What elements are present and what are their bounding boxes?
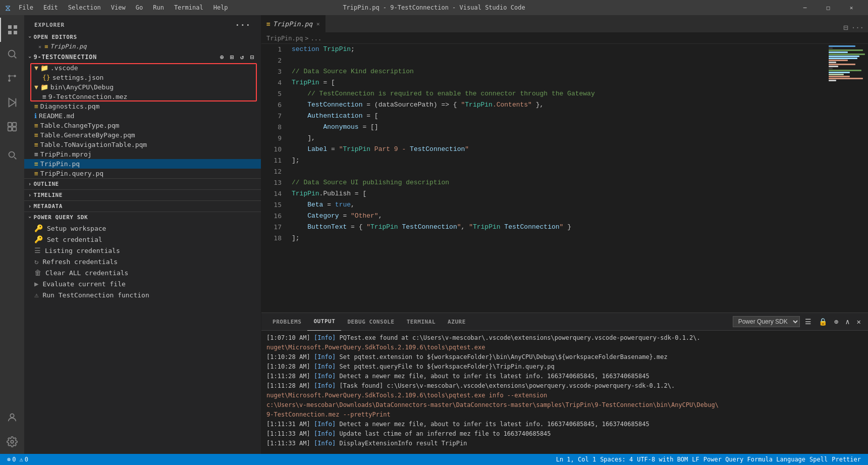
- activity-search[interactable]: [0, 42, 24, 66]
- settings-json-label: settings.json: [52, 74, 104, 81]
- menu-help[interactable]: Help: [209, 3, 232, 12]
- panel-copy-icon[interactable]: ⊕: [832, 317, 840, 327]
- close-editor-icon[interactable]: ✕: [38, 44, 41, 49]
- table-gen-label: Table.GenerateByPage.pqm: [40, 131, 135, 139]
- activity-run[interactable]: [0, 90, 24, 115]
- tree-item-trippin-pq[interactable]: ≡ TripPin.pq: [24, 159, 261, 169]
- key-icon-1: 🔑: [34, 224, 43, 232]
- menu-view[interactable]: View: [107, 3, 130, 12]
- line-number: 7: [261, 111, 282, 122]
- refresh-button[interactable]: ↺: [238, 53, 247, 62]
- editor-tab-trippin[interactable]: ≡ TripPin.pq ✕: [261, 15, 326, 32]
- tab-close-icon[interactable]: ✕: [316, 21, 320, 27]
- tree-item-diagnostics[interactable]: ≡ Diagnostics.pqm: [24, 101, 261, 111]
- collapse-button[interactable]: ⊟: [248, 53, 257, 62]
- clear-credentials-label: Clear ALL credentials: [45, 269, 128, 277]
- activity-search-2[interactable]: [0, 143, 24, 167]
- activity-source-control[interactable]: [0, 66, 24, 90]
- panel-close-icon[interactable]: ✕: [855, 317, 863, 327]
- activity-extensions[interactable]: [0, 115, 24, 139]
- mini-line: [829, 58, 857, 59]
- panel-lock-icon[interactable]: 🔒: [817, 317, 829, 327]
- panel-output[interactable]: [1:07:10 AM] [Info] PQTest.exe found at …: [261, 331, 868, 454]
- menu-edit[interactable]: Edit: [39, 3, 62, 12]
- tree-item-mproj[interactable]: ≡ TripPin.mproj: [24, 149, 261, 159]
- timeline-header[interactable]: › Timeline: [24, 190, 261, 200]
- vscode-folder-label: .vscode: [50, 64, 78, 72]
- status-prettier[interactable]: Prettier: [830, 456, 863, 463]
- activity-account[interactable]: [0, 405, 24, 430]
- panel-tab-debug[interactable]: Debug Console: [341, 313, 400, 331]
- status-line-ending[interactable]: LF: [690, 456, 701, 463]
- pq-sdk-header[interactable]: › Power Query SDK: [24, 212, 261, 223]
- code-line: // Data Source Kind description: [292, 66, 828, 77]
- pq-sdk-set-credential[interactable]: 🔑 Set credential: [24, 234, 261, 245]
- panel-filter-icon[interactable]: ☰: [803, 317, 813, 327]
- more-actions-icon[interactable]: ···: [851, 24, 864, 32]
- code-content[interactable]: section TripPin; // Data Source Kind des…: [287, 44, 828, 313]
- menu-run[interactable]: Run: [149, 3, 168, 12]
- status-language[interactable]: Power Query Formula Language: [701, 456, 807, 463]
- tree-item-mez[interactable]: ≡ 9-TestConnection.mez: [24, 92, 261, 101]
- svg-rect-8: [13, 123, 16, 126]
- code-line: Anonymous = []: [292, 122, 828, 133]
- menu-go[interactable]: Go: [132, 3, 147, 12]
- status-spell[interactable]: Spell: [807, 456, 830, 463]
- new-file-button[interactable]: ⊕: [218, 53, 227, 62]
- panel-tab-problems[interactable]: Problems: [266, 313, 307, 331]
- svg-point-12: [10, 414, 14, 418]
- panel-tab-output[interactable]: Output: [307, 313, 341, 331]
- tree-item-bin[interactable]: ▼ 📁 bin\AnyCPU\Debug: [24, 82, 261, 92]
- pq-sdk-refresh-credentials[interactable]: ↻ Refresh credentials: [24, 256, 261, 267]
- line-ending-text: LF: [692, 456, 699, 463]
- panel-output-source-dropdown[interactable]: Power Query SDK: [733, 316, 800, 327]
- line-number: 14: [261, 188, 282, 199]
- sidebar-more-button[interactable]: ···: [235, 20, 251, 30]
- breadcrumb-next[interactable]: ...: [310, 35, 321, 42]
- json-icon: {}: [42, 74, 50, 81]
- panel-tab-azure[interactable]: Azure: [442, 313, 472, 331]
- menu-selection[interactable]: Selection: [64, 3, 105, 12]
- outline-header[interactable]: › Outline: [24, 179, 261, 189]
- tree-item-readme[interactable]: ℹ README.md: [24, 111, 261, 121]
- activity-settings[interactable]: [0, 430, 24, 454]
- status-spaces[interactable]: Spaces: 4: [598, 456, 635, 463]
- new-folder-button[interactable]: ⊞: [228, 53, 237, 62]
- panel-collapse-icon[interactable]: ∧: [843, 317, 851, 327]
- breadcrumb-root[interactable]: TripPin.pq: [266, 35, 303, 42]
- metadata-header[interactable]: › Metadata: [24, 201, 261, 212]
- tree-item-table-gen[interactable]: ≡ Table.GenerateByPage.pqm: [24, 130, 261, 140]
- tree-item-vscode[interactable]: ▼ 📁 .vscode: [24, 63, 261, 73]
- status-position[interactable]: Ln 1, Col 1: [554, 456, 598, 463]
- status-errors[interactable]: ⊗ 0 ⚠ 0: [5, 456, 30, 463]
- pq-icon-2: ≡: [34, 122, 38, 129]
- close-button[interactable]: ✕: [840, 0, 863, 15]
- minimize-button[interactable]: ─: [793, 0, 817, 15]
- trippin-query-label: TripPin.query.pq: [40, 170, 103, 177]
- pq-sdk-clear-credentials[interactable]: 🗑 Clear ALL credentials: [24, 267, 261, 278]
- pq-sdk-setup-workspace[interactable]: 🔑 Setup workspace: [24, 223, 261, 234]
- window-title: TripPin.pq - 9-TestConnection - Visual S…: [343, 4, 525, 11]
- status-right: Ln 1, Col 1 Spaces: 4 UTF-8 with BOM LF …: [554, 456, 863, 463]
- open-editors-label: Open Editors: [34, 34, 77, 40]
- tree-item-settings-json[interactable]: {} settings.json: [24, 73, 261, 82]
- pq-sdk-listing-credentials[interactable]: ☰ Listing credentials: [24, 245, 261, 256]
- open-editors-header[interactable]: › Open Editors: [24, 32, 261, 42]
- panel-tab-terminal[interactable]: Terminal: [401, 313, 442, 331]
- table-change-label: Table.ChangeType.pqm: [40, 122, 120, 129]
- tree-item-trippin-query[interactable]: ≡ TripPin.query.pq: [24, 169, 261, 178]
- output-line: [1:07:10 AM] [Info] PQTest.exe found at …: [266, 333, 863, 342]
- menu-terminal[interactable]: Terminal: [170, 3, 207, 12]
- open-editor-trippin[interactable]: ✕ ≡ TripPin.pq: [24, 42, 261, 51]
- folder-actions: ⊕ ⊞ ↺ ⊟: [218, 53, 257, 62]
- pq-sdk-evaluate-file[interactable]: ▶ Evaluate current file: [24, 278, 261, 289]
- maximize-button[interactable]: □: [817, 0, 840, 15]
- tree-item-table-nav[interactable]: ≡ Table.ToNavigationTable.pqm: [24, 140, 261, 149]
- split-editor-icon[interactable]: ⊟: [843, 23, 848, 32]
- menu-file[interactable]: File: [15, 3, 37, 12]
- tree-item-table-change[interactable]: ≡ Table.ChangeType.pqm: [24, 121, 261, 130]
- activity-explorer[interactable]: [0, 18, 24, 42]
- pq-sdk-run-test[interactable]: ⚠ Run TestConnection function: [24, 289, 261, 300]
- status-encoding[interactable]: UTF-8 with BOM: [635, 456, 690, 463]
- folder-header[interactable]: › 9-TestConnection ⊕ ⊞ ↺ ⊟: [24, 51, 261, 63]
